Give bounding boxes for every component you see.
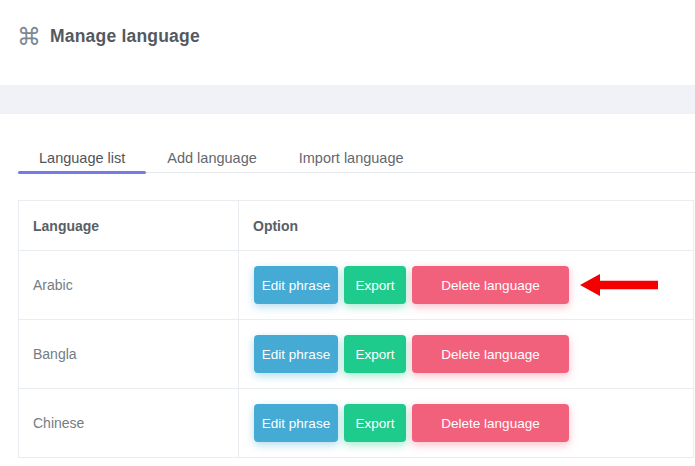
edit-phrase-button[interactable]: Edit phrase [254, 266, 338, 304]
content-area: Language list Add language Import langua… [0, 114, 695, 458]
tab-add-language[interactable]: Add language [146, 142, 278, 172]
export-button[interactable]: Export [344, 266, 406, 304]
export-button[interactable]: Export [344, 404, 406, 442]
column-header-option: Option [239, 201, 694, 251]
table-header-row: Language Option [19, 201, 694, 251]
red-arrow-icon [580, 272, 660, 298]
language-name: Arabic [19, 251, 239, 320]
manage-language-page: ⌘ Manage language Language list Add lang… [0, 0, 695, 466]
table-row-chinese: Chinese Edit phrase Export Delete langua… [19, 389, 694, 458]
table-row-bangla: Bangla Edit phrase Export Delete languag… [19, 320, 694, 389]
tab-language-list[interactable]: Language list [18, 142, 146, 172]
page-background-strip [0, 85, 695, 114]
title-bar: ⌘ Manage language [0, 0, 695, 73]
tab-bar: Language list Add language Import langua… [18, 142, 695, 173]
edit-phrase-button[interactable]: Edit phrase [254, 335, 338, 373]
delete-language-button[interactable]: Delete language [412, 335, 569, 373]
command-icon: ⌘ [17, 25, 41, 49]
language-table: Language Option Arabic Edit phrase Expor… [18, 200, 694, 458]
tab-import-language[interactable]: Import language [278, 142, 425, 172]
page-title: Manage language [50, 26, 200, 47]
edit-phrase-button[interactable]: Edit phrase [254, 404, 338, 442]
delete-language-button[interactable]: Delete language [412, 266, 569, 304]
export-button[interactable]: Export [344, 335, 406, 373]
table-row-arabic: Arabic Edit phrase Export Delete languag… [19, 251, 694, 320]
column-header-language: Language [19, 201, 239, 251]
delete-language-button[interactable]: Delete language [412, 404, 569, 442]
language-name: Chinese [19, 389, 239, 458]
language-name: Bangla [19, 320, 239, 389]
